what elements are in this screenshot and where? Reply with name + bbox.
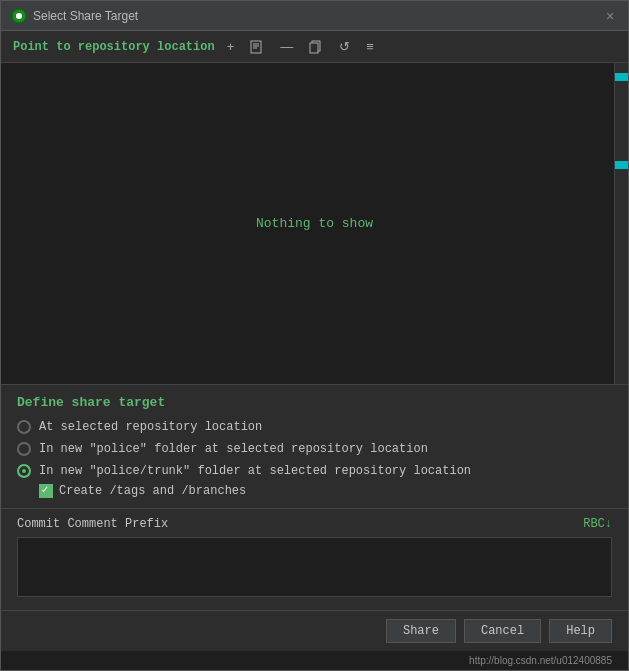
- toolbar-label: Point to repository location: [13, 40, 215, 54]
- remove-button[interactable]: —: [276, 37, 297, 56]
- svg-point-1: [16, 13, 22, 19]
- watermark: http://blog.csdn.net/u012400885: [1, 651, 628, 670]
- radio-police-trunk-input[interactable]: [17, 464, 31, 478]
- footer-buttons: Share Cancel Help: [1, 610, 628, 651]
- indicator-top: [615, 73, 628, 81]
- title-bar-left: Select Share Target: [11, 8, 138, 24]
- create-tags-checkbox[interactable]: [39, 484, 53, 498]
- radio-at-selected[interactable]: At selected repository location: [17, 420, 612, 434]
- refresh-button[interactable]: ↺: [335, 37, 354, 56]
- radio-police-trunk-label: In new "police/trunk" folder at selected…: [39, 464, 471, 478]
- create-tags-label: Create /tags and /branches: [59, 484, 246, 498]
- indicator-mid: [615, 161, 628, 169]
- radio-police-folder-label: In new "police" folder at selected repos…: [39, 442, 428, 456]
- cancel-button[interactable]: Cancel: [464, 619, 541, 643]
- commit-label: Commit Comment Prefix: [17, 517, 168, 531]
- close-button[interactable]: ×: [602, 8, 618, 24]
- dialog-icon: [11, 8, 27, 24]
- commit-section: Commit Comment Prefix RBC↓: [1, 508, 628, 610]
- title-bar: Select Share Target ×: [1, 1, 628, 31]
- right-indicators: [614, 63, 628, 384]
- watermark-text: http://blog.csdn.net/u012400885: [469, 655, 612, 666]
- radio-group: At selected repository location In new "…: [17, 420, 612, 478]
- svg-rect-7: [310, 43, 318, 53]
- commit-textarea[interactable]: [17, 537, 612, 597]
- toolbar: Point to repository location + — ↺ ≡: [1, 31, 628, 63]
- share-button[interactable]: Share: [386, 619, 456, 643]
- svg-rect-2: [251, 41, 261, 53]
- commit-header: Commit Comment Prefix RBC↓: [17, 517, 612, 531]
- config-button[interactable]: ≡: [362, 37, 378, 56]
- edit-button[interactable]: [246, 38, 268, 56]
- checkbox-area: Create /tags and /branches: [39, 484, 612, 498]
- define-section: Define share target At selected reposito…: [1, 384, 628, 508]
- radio-police-folder-input[interactable]: [17, 442, 31, 456]
- radio-police-folder[interactable]: In new "police" folder at selected repos…: [17, 442, 612, 456]
- empty-message: Nothing to show: [256, 216, 373, 231]
- radio-at-selected-label: At selected repository location: [39, 420, 262, 434]
- dialog-title: Select Share Target: [33, 9, 138, 23]
- copy-button[interactable]: [305, 38, 327, 56]
- add-button[interactable]: +: [223, 37, 239, 56]
- radio-at-selected-input[interactable]: [17, 420, 31, 434]
- select-share-target-dialog: Select Share Target × Point to repositor…: [0, 0, 629, 671]
- help-button[interactable]: Help: [549, 619, 612, 643]
- content-area: Nothing to show: [1, 63, 628, 384]
- radio-police-trunk[interactable]: In new "police/trunk" folder at selected…: [17, 464, 612, 478]
- define-label: Define share target: [17, 395, 612, 410]
- commit-icon: RBC↓: [583, 517, 612, 531]
